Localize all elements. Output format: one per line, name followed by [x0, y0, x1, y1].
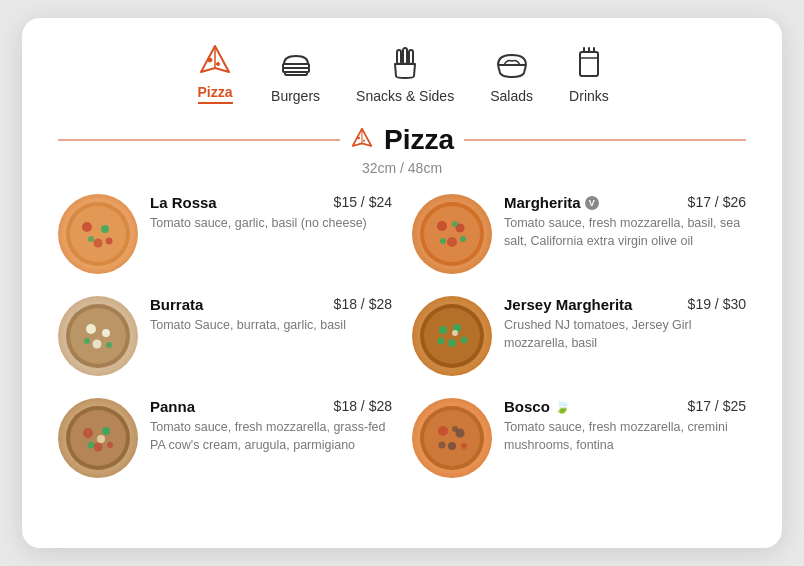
burrata-name: Burrata — [150, 296, 203, 313]
bosco-image — [412, 398, 492, 478]
svg-rect-4 — [285, 72, 307, 75]
svg-point-35 — [93, 340, 102, 349]
bosco-desc: Tomato sauce, fresh mozzarella, cremini … — [504, 418, 746, 454]
svg-rect-9 — [580, 52, 598, 76]
margherita-name: Margherita V — [504, 194, 599, 211]
menu-item-margherita: Margherita V $17 / $26 Tomato sauce, fre… — [412, 194, 746, 274]
menu-item-panna: Panna $18 / $28 Tomato sauce, fresh mozz… — [58, 398, 392, 478]
svg-point-33 — [86, 324, 96, 334]
burgers-label: Burgers — [271, 88, 320, 104]
svg-point-25 — [437, 221, 447, 231]
svg-point-42 — [448, 339, 456, 347]
svg-rect-7 — [409, 50, 413, 64]
svg-point-37 — [106, 342, 112, 348]
bosco-header: Bosco 🍃 $17 / $25 — [504, 398, 746, 415]
nav-item-burgers[interactable]: Burgers — [271, 46, 320, 104]
panna-name: Panna — [150, 398, 195, 415]
category-nav: Pizza Burgers — [58, 42, 746, 104]
svg-point-14 — [357, 137, 360, 140]
fries-icon — [385, 46, 425, 82]
menu-card: Pizza Burgers — [22, 18, 782, 548]
margherita-header: Margherita V $17 / $26 — [504, 194, 746, 211]
la-rossa-desc: Tomato sauce, garlic, basil (no cheese) — [150, 214, 392, 232]
svg-point-60 — [461, 443, 467, 449]
jersey-margherita-price: $19 / $30 — [688, 296, 746, 312]
section-title: Pizza — [384, 124, 454, 156]
svg-point-18 — [82, 222, 92, 232]
svg-point-15 — [363, 140, 365, 142]
svg-point-29 — [460, 236, 466, 242]
jersey-margherita-header: Jersey Margherita $19 / $30 — [504, 296, 746, 313]
svg-point-40 — [439, 326, 447, 334]
svg-point-39 — [424, 308, 480, 364]
burrata-price: $18 / $28 — [334, 296, 392, 312]
nav-item-salads[interactable]: Salads — [490, 46, 533, 104]
svg-point-32 — [70, 308, 126, 364]
burger-icon — [276, 46, 316, 82]
svg-point-55 — [424, 410, 480, 466]
svg-point-20 — [94, 239, 103, 248]
svg-point-28 — [440, 238, 446, 244]
svg-point-50 — [94, 443, 103, 452]
panna-image — [58, 398, 138, 478]
svg-point-22 — [106, 238, 113, 245]
la-rossa-price: $15 / $24 — [334, 194, 392, 210]
margherita-image — [412, 194, 492, 274]
nav-item-snacks[interactable]: Snacks & Sides — [356, 46, 454, 104]
svg-point-52 — [107, 442, 113, 448]
menu-item-la-rossa: La Rossa $15 / $24 Tomato sauce, garlic,… — [58, 194, 392, 274]
burrata-desc: Tomato Sauce, burrata, garlic, basil — [150, 316, 392, 334]
svg-point-48 — [83, 428, 93, 438]
svg-point-17 — [70, 206, 126, 262]
svg-point-45 — [452, 330, 458, 336]
svg-point-59 — [439, 442, 446, 449]
svg-rect-5 — [397, 50, 401, 64]
svg-point-30 — [452, 221, 458, 227]
panna-header: Panna $18 / $28 — [150, 398, 392, 415]
la-rossa-header: La Rossa $15 / $24 — [150, 194, 392, 211]
section-header: Pizza — [58, 124, 746, 156]
pizza-icon — [195, 42, 235, 78]
svg-point-43 — [438, 338, 445, 345]
margherita-price: $17 / $26 — [688, 194, 746, 210]
burrata-image — [58, 296, 138, 376]
la-rossa-name: La Rossa — [150, 194, 217, 211]
panna-info: Panna $18 / $28 Tomato sauce, fresh mozz… — [150, 398, 392, 454]
margherita-desc: Tomato sauce, fresh mozzarella, basil, s… — [504, 214, 746, 250]
svg-point-36 — [84, 338, 90, 344]
svg-point-53 — [97, 435, 105, 443]
jersey-margherita-info: Jersey Margherita $19 / $30 Crushed NJ t… — [504, 296, 746, 352]
pizza-section-icon — [350, 126, 374, 154]
burrata-info: Burrata $18 / $28 Tomato Sauce, burrata,… — [150, 296, 392, 334]
salads-label: Salads — [490, 88, 533, 104]
panna-price: $18 / $28 — [334, 398, 392, 414]
menu-item-jersey-margherita: Jersey Margherita $19 / $30 Crushed NJ t… — [412, 296, 746, 376]
nav-item-pizza[interactable]: Pizza — [195, 42, 235, 104]
svg-point-56 — [438, 426, 448, 436]
margherita-badge: V — [585, 196, 599, 210]
svg-point-34 — [102, 329, 110, 337]
panna-desc: Tomato sauce, fresh mozzarella, grass-fe… — [150, 418, 392, 454]
svg-point-51 — [88, 442, 95, 449]
svg-point-61 — [452, 426, 458, 432]
la-rossa-info: La Rossa $15 / $24 Tomato sauce, garlic,… — [150, 194, 392, 232]
drink-icon — [569, 46, 609, 82]
salad-icon — [492, 46, 532, 82]
burrata-header: Burrata $18 / $28 — [150, 296, 392, 313]
svg-point-1 — [217, 63, 220, 66]
nav-item-drinks[interactable]: Drinks — [569, 46, 609, 104]
svg-point-49 — [102, 427, 110, 435]
svg-point-24 — [424, 206, 480, 262]
svg-point-0 — [208, 58, 212, 62]
svg-point-44 — [461, 337, 468, 344]
svg-point-27 — [447, 237, 457, 247]
snacks-label: Snacks & Sides — [356, 88, 454, 104]
bosco-name: Bosco 🍃 — [504, 398, 570, 415]
bosco-info: Bosco 🍃 $17 / $25 Tomato sauce, fresh mo… — [504, 398, 746, 454]
la-rossa-image — [58, 194, 138, 274]
jersey-margherita-image — [412, 296, 492, 376]
menu-item-bosco: Bosco 🍃 $17 / $25 Tomato sauce, fresh mo… — [412, 398, 746, 478]
jersey-margherita-desc: Crushed NJ tomatoes, Jersey Girl mozzare… — [504, 316, 746, 352]
svg-point-21 — [88, 236, 94, 242]
svg-point-58 — [448, 442, 456, 450]
